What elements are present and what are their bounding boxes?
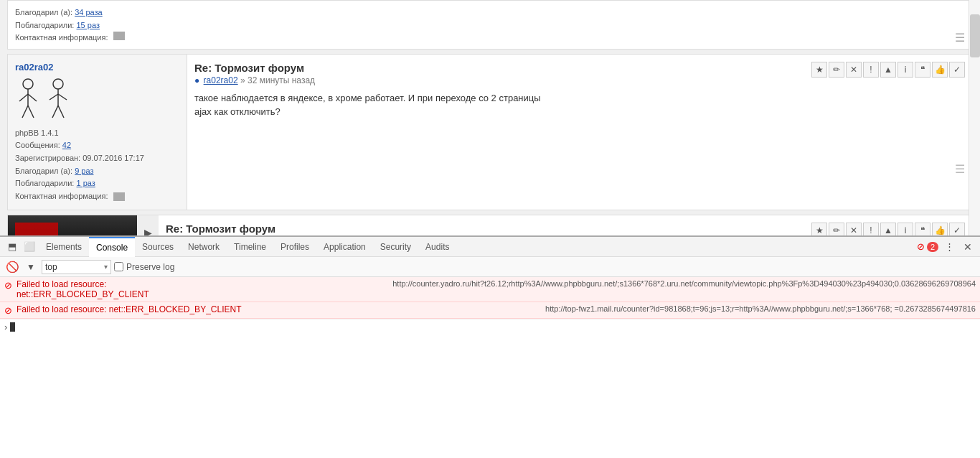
error-main-text-2: Failed to load resource: net::ERR_BLOCKE… <box>17 304 241 314</box>
tab-console[interactable]: Console <box>89 237 135 257</box>
up-btn2[interactable]: ▲ <box>880 223 896 235</box>
stick-figure-2 <box>45 78 71 121</box>
software-label: phpBB 1.4.1 <box>15 128 59 137</box>
edit-btn[interactable]: ✏ <box>829 62 844 78</box>
report-icon: ☰ <box>955 31 965 45</box>
console-cursor <box>10 322 15 332</box>
quote-btn2[interactable]: ❝ <box>915 223 930 235</box>
post2-title: Re: Тормозит форум <box>166 223 275 235</box>
report-btn[interactable]: ! <box>863 62 879 78</box>
thanked-value[interactable]: 9 раз <box>75 167 93 175</box>
post1-title: Re: Тормозит форум <box>194 62 315 74</box>
tab-application[interactable]: Application <box>316 237 373 257</box>
like-btn[interactable]: 👍 <box>932 62 948 78</box>
thanked-label: Благодарил (а): <box>15 167 72 175</box>
preserve-log-text: Preserve log <box>126 262 174 272</box>
post2-actions: ★ ✏ ✕ ! ▲ i ❝ 👍 ✓ <box>811 223 965 235</box>
error-icon-1: ⊘ <box>4 280 12 291</box>
like-btn2[interactable]: 👍 <box>932 223 948 235</box>
filter-input-container: top ▾ <box>42 260 111 274</box>
new-tab-icon[interactable]: ⬜ <box>22 239 37 255</box>
quote-btn[interactable]: ❝ <box>915 62 930 78</box>
console-content: ⊘ Failed to load resource: net::ERR_BLOC… <box>0 277 980 458</box>
console-input-row[interactable]: › <box>0 319 980 335</box>
tab-audits[interactable]: Audits <box>418 237 456 257</box>
preserve-log-checkbox[interactable] <box>114 262 123 271</box>
post1-text: такое наблюдается в яндексе, в хроме раб… <box>194 91 965 119</box>
error-icon-2: ⊘ <box>4 305 12 316</box>
delete-btn2[interactable]: ✕ <box>846 223 862 235</box>
post1-actions: ★ ✏ ✕ ! ▲ i ❝ 👍 ✓ <box>811 62 965 78</box>
clear-console-btn[interactable]: 🚫 <box>4 259 20 275</box>
tab-sources[interactable]: Sources <box>135 237 181 257</box>
console-toolbar: 🚫 ▼ top ▾ Preserve log <box>0 257 980 277</box>
devtools-right-controls: ⊘ 2 ⋮ ✕ <box>917 239 976 255</box>
tab-profiles[interactable]: Profiles <box>273 237 316 257</box>
filter-btn[interactable]: ▼ <box>23 259 39 275</box>
more-options-btn[interactable]: ⋮ <box>941 239 957 255</box>
info-btn[interactable]: i <box>897 62 913 78</box>
check-btn[interactable]: ✓ <box>949 62 965 78</box>
stick-figure-1 <box>15 78 41 121</box>
up-btn[interactable]: ▲ <box>880 62 896 78</box>
error-url-1: http://counter.yadro.ru/hit?t26.12;rhttp… <box>225 279 976 288</box>
error-line2-1: net::ERR_BLOCKED_BY_CLIENT <box>17 289 217 299</box>
contact-label: Контактная информация: <box>15 33 108 42</box>
dock-icon[interactable]: ⬒ <box>4 239 20 255</box>
star-btn[interactable]: ★ <box>811 62 827 78</box>
edit-btn2[interactable]: ✏ <box>829 223 844 235</box>
delete-btn[interactable]: ✕ <box>846 62 862 78</box>
svg-line-5 <box>28 106 34 118</box>
messages-count[interactable]: 42 <box>62 141 71 149</box>
quote-icon: ☰ <box>955 162 965 176</box>
devtools-tabs: Elements Console Sources Network Timelin… <box>39 237 456 257</box>
error-main-text-1: Failed to load resource: net::ERR_BLOCKE… <box>17 279 217 299</box>
contact-label: Контактная информация: <box>15 192 108 200</box>
svg-line-4 <box>22 106 28 118</box>
post1-meta: ● ra02ra02 » 32 минуты назад <box>194 75 315 85</box>
info-btn2[interactable]: i <box>897 223 913 235</box>
svg-point-6 <box>53 79 63 89</box>
svg-line-2 <box>19 94 28 101</box>
messages-label: Сообщения: <box>15 141 60 149</box>
error-circle-icon: ⊘ <box>917 241 925 252</box>
svg-line-10 <box>52 106 58 118</box>
svg-line-11 <box>58 106 64 118</box>
console-prompt: › <box>4 322 7 332</box>
error-line1-2: Failed to load resource: net::ERR_BLOCKE… <box>17 304 241 314</box>
svg-point-0 <box>23 79 33 89</box>
close-devtools-btn[interactable]: ✕ <box>960 239 976 255</box>
preserve-log-label[interactable]: Preserve log <box>114 262 174 272</box>
filter-input[interactable]: top <box>45 262 103 272</box>
error-url-2: http://top-fwz1.mail.ru/counter?id=98186… <box>248 304 976 313</box>
registered-value: 09.07.2016 17:17 <box>83 154 144 162</box>
check-btn2[interactable]: ✓ <box>949 223 965 235</box>
thanked-value[interactable]: 34 раза <box>75 8 103 17</box>
scrollbar-track[interactable] <box>969 0 980 235</box>
svg-line-3 <box>28 94 37 101</box>
thanks-value[interactable]: 15 раз <box>77 21 100 29</box>
scrollbar-thumb[interactable] <box>970 14 980 57</box>
svg-line-8 <box>50 94 58 100</box>
tab-security[interactable]: Security <box>373 237 418 257</box>
console-error-row-1[interactable]: ⊘ Failed to load resource: net::ERR_BLOC… <box>0 277 980 302</box>
thanks-label: Поблагодарили: <box>15 21 74 29</box>
collapse-arrow: ▶ <box>144 227 152 235</box>
console-error-row-2[interactable]: ⊘ Failed to load resource: net::ERR_BLOC… <box>0 302 980 319</box>
thanks-label: Поблагодарили: <box>15 179 74 187</box>
svg-line-9 <box>58 94 67 100</box>
error-line1-1: Failed to load resource: <box>17 279 217 289</box>
devtools-tabs-bar: ⬒ ⬜ Elements Console Sources Network Tim… <box>0 237 980 257</box>
report-btn2[interactable]: ! <box>863 223 879 235</box>
thanked-label: Благодарил (а): <box>15 8 72 17</box>
tab-timeline[interactable]: Timeline <box>227 237 273 257</box>
post1-author-name[interactable]: ra02ra02 <box>15 62 179 73</box>
tab-elements[interactable]: Elements <box>39 237 89 257</box>
registered-label: Зарегистрирован: <box>15 154 80 162</box>
dropdown-arrow[interactable]: ▾ <box>104 263 108 271</box>
tab-network[interactable]: Network <box>181 237 227 257</box>
error-badge: 2 <box>927 242 938 252</box>
thanks-value[interactable]: 1 раз <box>77 179 95 187</box>
star-btn2[interactable]: ★ <box>811 223 827 235</box>
